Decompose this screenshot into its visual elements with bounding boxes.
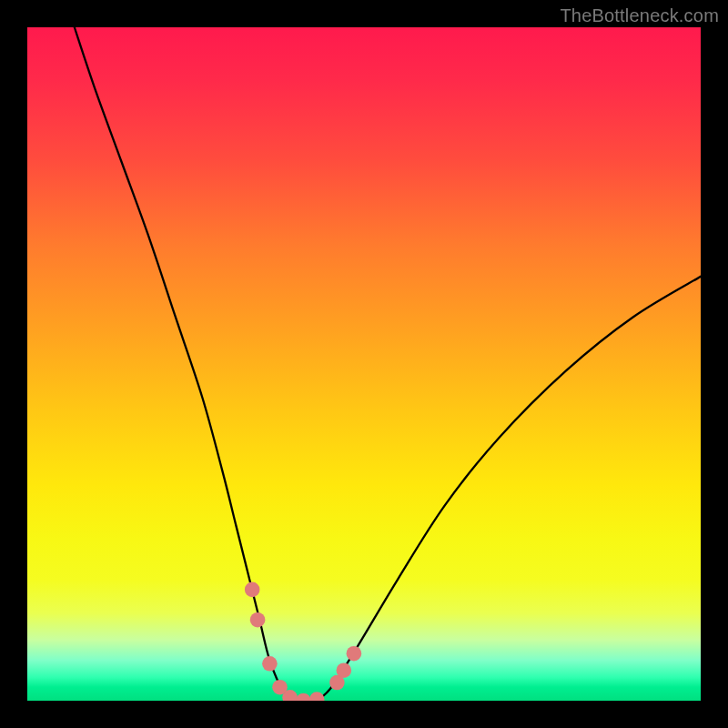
watermark-text: TheBottleneck.com: [560, 5, 719, 26]
marker-dot: [337, 662, 352, 678]
marker-dot: [262, 656, 278, 672]
marker-dot: [250, 612, 266, 628]
marker-dot: [347, 646, 362, 662]
marker-dot: [309, 692, 325, 701]
marker-dot: [296, 693, 311, 701]
bottleneck-curve-svg: [27, 27, 701, 701]
highlighted-points: [245, 582, 361, 701]
chart-plot-area: [27, 27, 701, 701]
marker-dot: [245, 582, 260, 598]
bottleneck-curve: [75, 27, 701, 701]
